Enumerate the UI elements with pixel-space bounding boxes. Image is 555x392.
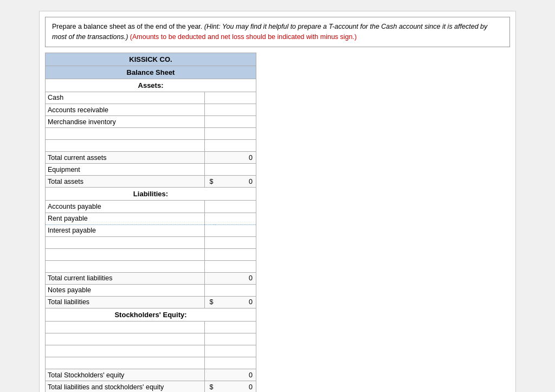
table-row: Rent payable — [46, 213, 256, 224]
equity-blank3-val-input[interactable] — [217, 348, 254, 355]
table-row: Interest payable — [46, 224, 256, 236]
page-container: Prepare a balance sheet as of the end of… — [39, 11, 516, 392]
total-equity-value[interactable] — [215, 369, 256, 381]
equity-blank2-val-input[interactable] — [217, 336, 254, 343]
asset-blank2-val-input[interactable] — [217, 142, 254, 150]
equity-blank1-value[interactable] — [215, 322, 256, 333]
total-current-liab-value[interactable] — [215, 272, 256, 284]
table-row: Cash — [46, 92, 256, 104]
equity-blank4-value[interactable] — [215, 357, 256, 369]
total-current-assets-input[interactable] — [217, 154, 254, 162]
company-name: KISSICK CO. — [46, 53, 256, 66]
instruction-red: (Amounts to be deducted and net loss sho… — [130, 33, 357, 41]
total-liab-equity-value[interactable] — [215, 381, 256, 393]
liab-blank2-label[interactable] — [46, 248, 204, 260]
equity-blank1-val-input[interactable] — [217, 323, 254, 331]
total-liab-equity-input[interactable] — [217, 383, 254, 391]
total-equity-input[interactable] — [217, 371, 254, 379]
equity-blank4-sign — [204, 357, 215, 369]
liab-blank1-value[interactable] — [215, 236, 256, 248]
table-row: Notes payable — [46, 284, 256, 296]
equity-blank2-value[interactable] — [215, 333, 256, 345]
equity-blank1-label[interactable] — [46, 322, 204, 333]
liab-blank1-label[interactable] — [46, 236, 204, 248]
table-row: Accounts payable — [46, 201, 256, 213]
asset-blank1-input[interactable] — [48, 130, 202, 138]
inventory-label: Merchandise inventory — [46, 116, 204, 128]
notes-payable-value[interactable] — [215, 284, 256, 296]
ar-value[interactable] — [215, 104, 256, 116]
asset-blank2-value[interactable] — [215, 140, 256, 152]
ar-input[interactable] — [217, 106, 254, 114]
asset-blank1-value[interactable] — [215, 128, 256, 140]
total-liab-equity-sign: $ — [204, 381, 215, 393]
cash-input[interactable] — [217, 94, 254, 101]
liab-blank1-sign — [204, 236, 215, 248]
ap-label: Accounts payable — [46, 201, 204, 213]
asset-blank2-label[interactable] — [46, 140, 204, 152]
total-equity-row: Total Stockholders' equity — [46, 369, 256, 381]
table-row — [46, 345, 256, 357]
equity-blank1-input[interactable] — [48, 323, 202, 331]
liab-blank3-label[interactable] — [46, 260, 204, 272]
asset-blank2-sign — [204, 140, 215, 152]
liab-blank2-val-input[interactable] — [217, 250, 254, 258]
equity-blank2-input[interactable] — [48, 336, 202, 343]
liab-blank2-value[interactable] — [215, 248, 256, 260]
liab-blank1-val-input[interactable] — [217, 239, 254, 246]
liab-blank3-value[interactable] — [215, 260, 256, 272]
instruction-main: Prepare a balance sheet as of the end of… — [52, 23, 202, 30]
total-current-liab-input[interactable] — [217, 274, 254, 282]
asset-blank1-label[interactable] — [46, 128, 204, 140]
total-liab-value[interactable] — [215, 296, 256, 308]
total-assets-value[interactable] — [215, 176, 256, 188]
equipment-value[interactable] — [215, 164, 256, 176]
interest-payable-label: Interest payable — [46, 224, 204, 236]
liab-blank3-input[interactable] — [48, 262, 202, 270]
assets-table: Cash Accounts receivable Merchandise inv… — [46, 92, 256, 188]
equity-header: Stockholders' Equity: — [46, 309, 256, 322]
inventory-value[interactable] — [215, 116, 256, 128]
total-current-assets-value[interactable] — [215, 152, 256, 164]
equipment-input[interactable] — [217, 166, 254, 173]
ap-value[interactable] — [215, 201, 256, 213]
equity-blank3-input[interactable] — [48, 348, 202, 355]
asset-blank1-val-input[interactable] — [217, 130, 254, 138]
liab-blank3-val-input[interactable] — [217, 262, 254, 270]
total-current-assets-label: Total current assets — [46, 152, 204, 164]
equipment-label: Equipment — [46, 164, 204, 176]
total-current-assets-row: Total current assets — [46, 152, 256, 164]
liab-blank3-sign — [204, 260, 215, 272]
equity-blank3-label[interactable] — [46, 345, 204, 357]
interest-payable-value[interactable] — [215, 224, 256, 236]
equity-blank3-value[interactable] — [215, 345, 256, 357]
ap-sign — [204, 201, 215, 213]
total-liab-row: Total liabilities $ — [46, 296, 256, 308]
sheet-title: Balance Sheet — [46, 66, 256, 79]
table-row — [46, 236, 256, 248]
liab-blank1-input[interactable] — [48, 239, 202, 246]
rent-payable-input[interactable] — [217, 215, 254, 222]
rent-payable-value[interactable] — [215, 213, 256, 224]
inventory-input[interactable] — [217, 118, 254, 126]
total-assets-input[interactable] — [217, 178, 254, 185]
equity-blank4-input[interactable] — [48, 359, 202, 367]
equity-blank2-label[interactable] — [46, 333, 204, 345]
instruction-box: Prepare a balance sheet as of the end of… — [45, 17, 510, 47]
table-row: Equipment — [46, 164, 256, 176]
notes-payable-input[interactable] — [217, 286, 254, 294]
asset-blank2-input[interactable] — [48, 142, 202, 150]
interest-payable-input[interactable] — [217, 227, 254, 234]
total-assets-sign: $ — [204, 176, 215, 188]
equity-blank4-val-input[interactable] — [217, 359, 254, 367]
total-assets-label: Total assets — [46, 176, 204, 188]
rent-payable-sign — [204, 213, 215, 224]
total-current-assets-sign — [204, 152, 215, 164]
cash-value[interactable] — [215, 92, 256, 104]
equity-blank4-label[interactable] — [46, 357, 204, 369]
equity-blank3-sign — [204, 345, 215, 357]
total-liab-sign: $ — [204, 296, 215, 308]
total-liab-input[interactable] — [217, 298, 254, 306]
liab-blank2-input[interactable] — [48, 250, 202, 258]
ap-input[interactable] — [217, 203, 254, 210]
